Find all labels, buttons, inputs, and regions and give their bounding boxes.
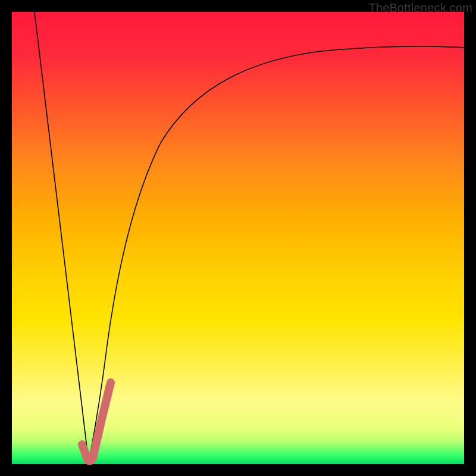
plot-area	[12, 12, 464, 464]
curve-right	[89, 46, 464, 462]
curve-left-descent	[35, 12, 89, 462]
watermark-text: TheBottleneck.com	[368, 1, 472, 15]
chart-frame: TheBottleneck.com	[0, 0, 476, 476]
chart-svg	[12, 12, 464, 464]
